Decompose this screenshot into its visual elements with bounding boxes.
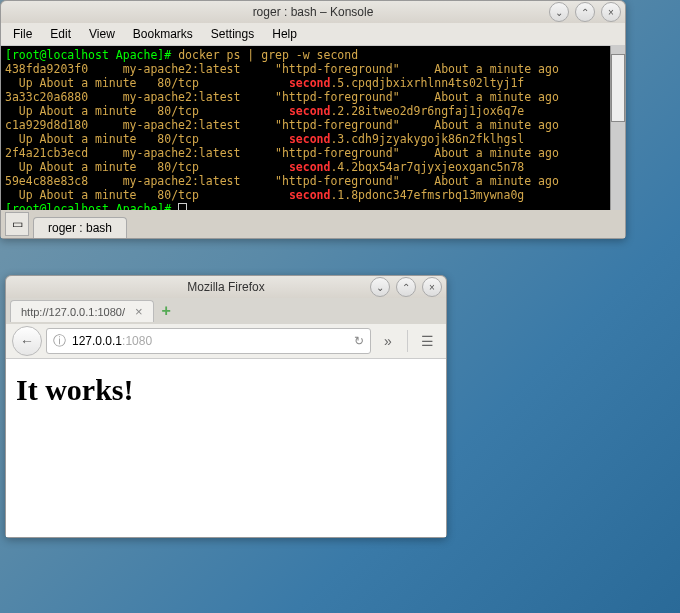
maximize-button[interactable]: ⌃	[575, 2, 595, 22]
tab-close-icon[interactable]: ×	[135, 304, 143, 319]
tab-label: http://127.0.0.1:1080/	[21, 306, 125, 318]
minimize-button[interactable]: ⌄	[370, 277, 390, 297]
firefox-window: Mozilla Firefox ⌄ ⌃ × http://127.0.0.1:1…	[5, 275, 447, 538]
new-tab-button[interactable]: ▭	[5, 212, 29, 236]
konsole-title: roger : bash – Konsole	[253, 5, 374, 19]
page-heading: It works!	[16, 373, 436, 407]
url-bar[interactable]: ⓘ 127.0.0.1:1080 ↻	[46, 328, 371, 354]
maximize-button[interactable]: ⌃	[396, 277, 416, 297]
close-button[interactable]: ×	[601, 2, 621, 22]
firefox-content: It works!	[6, 359, 446, 537]
terminal-scrollbar[interactable]	[610, 46, 625, 210]
back-button[interactable]: ←	[12, 326, 42, 356]
menu-help[interactable]: Help	[264, 25, 305, 43]
menu-view[interactable]: View	[81, 25, 123, 43]
menu-settings[interactable]: Settings	[203, 25, 262, 43]
url-port: :1080	[122, 334, 152, 348]
konsole-menubar: File Edit View Bookmarks Settings Help	[1, 23, 625, 46]
menu-bookmarks[interactable]: Bookmarks	[125, 25, 201, 43]
konsole-window: roger : bash – Konsole ⌄ ⌃ × File Edit V…	[0, 0, 626, 239]
scroll-thumb[interactable]	[611, 54, 625, 122]
site-info-icon[interactable]: ⓘ	[53, 332, 66, 350]
konsole-tabbar: ▭ roger : bash	[1, 210, 625, 238]
firefox-titlebar[interactable]: Mozilla Firefox ⌄ ⌃ ×	[6, 276, 446, 298]
konsole-tab[interactable]: roger : bash	[33, 217, 127, 238]
overflow-button[interactable]: »	[375, 328, 401, 354]
hamburger-menu-icon[interactable]: ☰	[414, 328, 440, 354]
close-button[interactable]: ×	[422, 277, 442, 297]
firefox-tabbar: http://127.0.0.1:1080/ × +	[6, 298, 446, 324]
menu-edit[interactable]: Edit	[42, 25, 79, 43]
url-host: 127.0.0.1	[72, 334, 122, 348]
firefox-toolbar: ← ⓘ 127.0.0.1:1080 ↻ » ☰	[6, 324, 446, 359]
minimize-button[interactable]: ⌄	[549, 2, 569, 22]
menu-file[interactable]: File	[5, 25, 40, 43]
new-tab-button[interactable]: +	[154, 302, 179, 320]
reload-button[interactable]: ↻	[354, 334, 364, 348]
firefox-title: Mozilla Firefox	[187, 280, 264, 294]
firefox-tab[interactable]: http://127.0.0.1:1080/ ×	[10, 300, 154, 322]
terminal-viewport[interactable]: [root@localhost Apache]# docker ps | gre…	[1, 46, 625, 210]
konsole-titlebar[interactable]: roger : bash – Konsole ⌄ ⌃ ×	[1, 1, 625, 23]
toolbar-separator	[407, 330, 408, 352]
